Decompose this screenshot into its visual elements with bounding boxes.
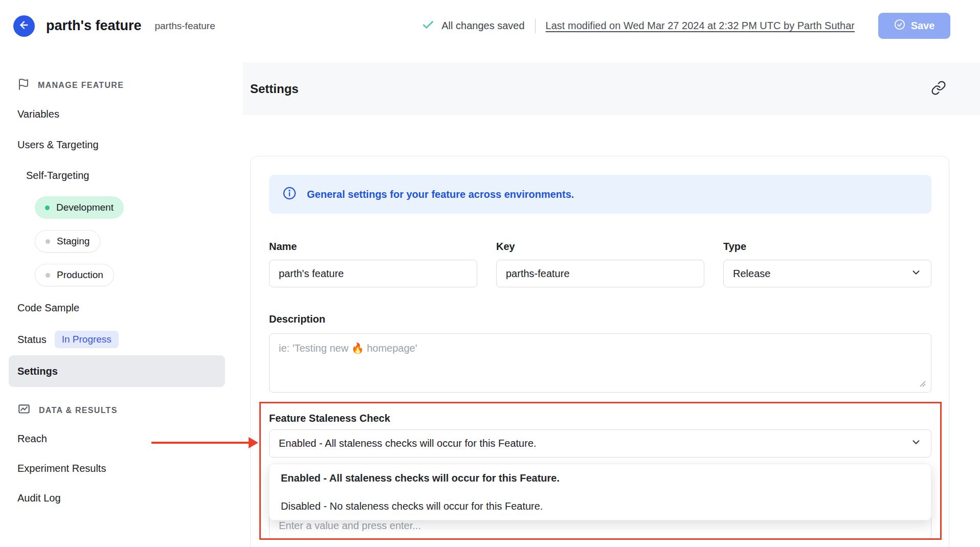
sidebar-item-variables[interactable]: Variables [17,99,243,129]
environment-pill-development[interactable]: Development [35,196,124,219]
name-label: Name [269,241,477,253]
section-label: MANAGE FEATURE [38,81,124,90]
page: parth's feature parths-feature All chang… [0,0,980,547]
back-button[interactable] [13,15,35,37]
check-icon [421,18,435,34]
info-icon [282,186,297,202]
section-manage-feature: MANAGE FEATURE [17,72,243,99]
environment-pill-production[interactable]: Production [35,264,114,286]
link-icon [931,80,946,97]
arrow-left-icon [18,19,30,32]
sidebar-item-audit-log[interactable]: Audit Log [17,483,243,513]
key-label: Key [496,241,704,253]
sidebar-item-label: Settings [17,366,58,377]
sidebar-item-experiment-results[interactable]: Experiment Results [17,453,243,483]
type-select-value: Release [733,268,770,280]
status-badge: In Progress [55,331,119,348]
chevron-down-icon [910,437,922,450]
environment-label: Development [56,202,114,213]
sidebar-item-label: Reach [17,433,47,445]
env-status-dot [46,239,50,244]
last-modified-link[interactable]: Last modified on Wed Mar 27 2024 at 2:32… [546,20,855,32]
divider [535,19,536,33]
chart-icon [17,403,31,418]
type-field-group: Type Release [723,241,931,287]
env-status-dot [45,206,50,210]
sidebar: MANAGE FEATURE Variables Users & Targeti… [0,52,243,547]
sidebar-item-label: Audit Log [17,492,61,504]
top-header: parth's feature parths-feature All chang… [0,0,980,52]
environment-pill-staging[interactable]: Staging [35,230,100,253]
sidebar-item-code-sample[interactable]: Code Sample [17,292,243,324]
section-label: DATA & RESULTS [39,406,118,415]
feature-key-subtitle: parths-feature [154,20,215,32]
save-button[interactable]: Save [878,13,950,39]
sidebar-item-label: Experiment Results [17,463,106,474]
description-textarea[interactable] [269,333,931,393]
name-field-group: Name [269,241,477,287]
settings-card: General settings for your feature across… [250,156,949,547]
key-input[interactable] [496,260,704,287]
save-status-cluster: All changes saved Last modified on Wed M… [421,18,855,34]
staleness-select[interactable]: Enabled - All staleness checks will occu… [269,429,931,458]
sidebar-item-label: Code Sample [17,302,79,314]
chevron-down-icon [910,267,922,281]
flag-icon [17,78,30,93]
sidebar-item-users-targeting[interactable]: Users & Targeting [17,129,243,160]
sidebar-item-label: Users & Targeting [17,139,99,151]
name-input[interactable] [269,260,477,287]
sidebar-item-reach[interactable]: Reach [17,424,243,453]
description-label: Description [269,313,325,325]
type-select[interactable]: Release [723,260,931,287]
settings-header-strip: Settings [243,62,980,115]
section-data-results: DATA & RESULTS [17,397,243,424]
environment-label: Production [57,269,103,281]
sidebar-item-label: Variables [17,108,59,120]
sidebar-item-label: Self-Targeting [26,170,89,181]
staleness-label: Feature Staleness Check [269,413,390,424]
sidebar-env-row: Staging [17,224,243,258]
feature-form-row: Name Key Type Release [269,241,931,287]
sidebar-env-row: Development [17,191,243,224]
staleness-option-enabled[interactable]: Enabled - All staleness checks will occu… [270,464,931,492]
staleness-dropdown: Enabled - All staleness checks will occu… [269,464,931,520]
sidebar-item-label: Status [17,334,47,346]
staleness-option-disabled[interactable]: Disabled - No staleness checks will occu… [270,492,931,520]
staleness-select-value: Enabled - All staleness checks will occu… [279,438,537,449]
key-field-group: Key [496,241,704,287]
sidebar-item-status[interactable]: Status In Progress [17,324,243,355]
sidebar-item-self-targeting[interactable]: Self-Targeting [17,160,243,191]
copy-link-button[interactable] [927,77,950,101]
type-label: Type [723,241,931,253]
check-circle-icon [894,19,905,33]
info-banner-text: General settings for your feature across… [307,189,574,200]
page-title: parth's feature [46,18,141,34]
saved-status-text: All changes saved [441,20,524,32]
save-button-label: Save [911,20,935,32]
sidebar-item-settings[interactable]: Settings [9,355,225,387]
info-banner: General settings for your feature across… [269,175,931,214]
environment-label: Staging [57,236,90,247]
spacer [17,387,243,397]
section-title: Settings [250,82,299,96]
env-status-dot [46,273,50,278]
sidebar-env-row: Production [17,258,243,292]
